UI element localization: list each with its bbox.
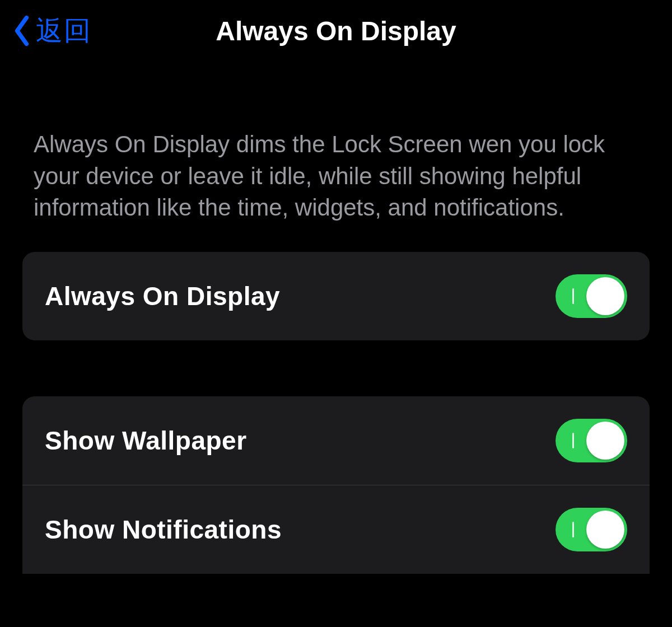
chevron-left-icon [13, 15, 30, 46]
toggle-on-indicator-icon [572, 433, 574, 448]
back-label: 返回 [36, 13, 92, 49]
toggle-on-indicator-icon [572, 522, 574, 537]
toggle-always-on-display[interactable] [556, 274, 627, 318]
toggle-show-wallpaper[interactable] [556, 419, 627, 462]
page-title: Always On Display [216, 16, 456, 46]
toggle-on-indicator-icon [572, 288, 574, 304]
row-label: Show Wallpaper [45, 425, 247, 456]
toggle-knob-icon [586, 277, 624, 315]
back-button[interactable]: 返回 [13, 13, 92, 49]
toggle-knob-icon [586, 511, 624, 549]
navbar: 返回 Always On Display [0, 0, 672, 62]
toggle-knob-icon [586, 422, 624, 460]
toggle-show-notifications[interactable] [556, 508, 627, 551]
settings-group-options: Show Wallpaper Show Notifications [22, 396, 650, 574]
row-show-notifications: Show Notifications [22, 485, 650, 574]
settings-group-main: Always On Display [22, 252, 650, 340]
row-show-wallpaper: Show Wallpaper [22, 396, 650, 485]
row-always-on-display: Always On Display [22, 252, 650, 340]
section-description: Always On Display dims the Lock Screen w… [0, 62, 672, 252]
row-label: Always On Display [45, 281, 280, 311]
row-label: Show Notifications [45, 514, 282, 545]
